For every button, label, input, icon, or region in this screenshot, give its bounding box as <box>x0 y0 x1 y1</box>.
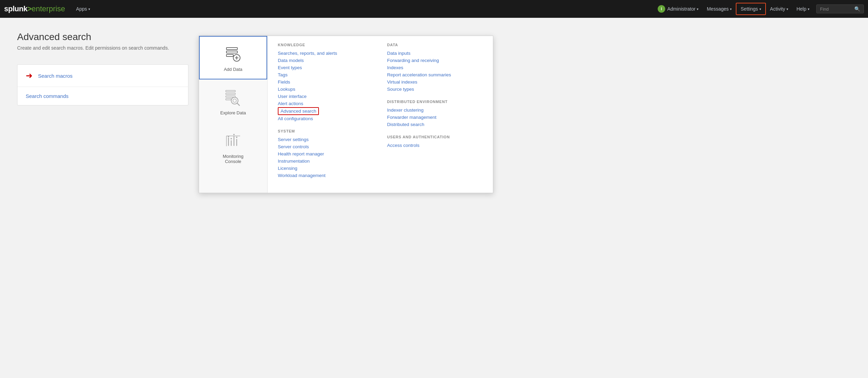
monitoring-console-label: MonitoringConsole <box>223 154 244 164</box>
dropdown-content-panel: KNOWLEDGE Searches, reports, and alerts … <box>268 36 493 193</box>
svg-point-22 <box>236 137 237 138</box>
server-controls-link[interactable]: Server controls <box>278 143 373 150</box>
svg-rect-9 <box>226 99 231 100</box>
settings-label: Settings <box>741 6 758 12</box>
advanced-search-link[interactable]: Advanced search <box>278 107 319 115</box>
administrator-menu[interactable]: i Administrator ▾ <box>654 0 703 18</box>
search-macros-link[interactable]: Search macros <box>38 73 73 79</box>
licensing-link[interactable]: Licensing <box>278 165 373 172</box>
users-auth-title: USERS AND AUTHENTICATION <box>387 135 483 139</box>
system-section: SYSTEM Server settings Server controls H… <box>278 129 373 179</box>
source-types-link[interactable]: Source types <box>387 86 483 93</box>
data-title: DATA <box>387 43 483 47</box>
administrator-caret: ▾ <box>697 7 698 11</box>
report-acceleration-link[interactable]: Report acceleration summaries <box>387 71 483 78</box>
explore-data-label: Explore Data <box>220 110 246 115</box>
apps-caret: ▾ <box>88 7 90 11</box>
explore-data-icon-item[interactable]: Explore Data <box>199 79 267 123</box>
data-section: DATA Data inputs Forwarding and receivin… <box>387 43 483 93</box>
activity-menu[interactable]: Activity ▾ <box>766 0 792 18</box>
system-title: SYSTEM <box>278 129 373 133</box>
forwarding-receiving-link[interactable]: Forwarding and receiving <box>387 57 483 64</box>
search-commands-link[interactable]: Search commands <box>26 93 69 99</box>
svg-point-19 <box>228 136 229 137</box>
add-data-icon <box>223 43 244 64</box>
settings-dropdown: Add Data Explore Data <box>199 36 493 193</box>
menu-list: ➜ Search macros Search commands <box>17 64 188 105</box>
alert-actions-link[interactable]: Alert actions <box>278 100 373 107</box>
svg-rect-2 <box>226 54 233 56</box>
forwarder-management-link[interactable]: Forwarder management <box>387 114 483 121</box>
event-types-link[interactable]: Event types <box>278 64 373 71</box>
monitoring-console-icon-item[interactable]: MonitoringConsole <box>199 123 267 172</box>
all-configurations-link[interactable]: All configurations <box>278 115 373 122</box>
help-label: Help <box>796 6 806 12</box>
apps-label: Apps <box>76 6 87 12</box>
settings-caret: ▾ <box>759 7 761 11</box>
searches-reports-alerts-link[interactable]: Searches, reports, and alerts <box>278 50 373 57</box>
monitoring-console-icon <box>223 130 244 151</box>
data-inputs-link[interactable]: Data inputs <box>387 50 483 57</box>
svg-rect-0 <box>226 48 237 50</box>
add-data-icon-item[interactable]: Add Data <box>199 36 267 79</box>
search-macros-item[interactable]: ➜ Search macros <box>17 65 188 87</box>
administrator-label: Administrator <box>667 6 695 12</box>
svg-point-20 <box>231 138 232 139</box>
messages-menu[interactable]: Messages ▾ <box>703 0 736 18</box>
activity-label: Activity <box>770 6 785 12</box>
fields-link[interactable]: Fields <box>278 78 373 86</box>
logo-gt: > <box>27 4 32 13</box>
user-interface-link[interactable]: User interface <box>278 93 373 100</box>
distributed-section: DISTRIBUTED ENVIRONMENT Indexer clusteri… <box>387 100 483 128</box>
splunk-logo-text: splunk> <box>4 4 32 13</box>
arrow-icon: ➜ <box>26 71 33 80</box>
indexes-link[interactable]: Indexes <box>387 64 483 71</box>
dropdown-column-1: KNOWLEDGE Searches, reports, and alerts … <box>278 43 373 186</box>
add-data-label: Add Data <box>224 67 242 72</box>
users-auth-section: USERS AND AUTHENTICATION Access controls <box>387 135 483 149</box>
distributed-title: DISTRIBUTED ENVIRONMENT <box>387 100 483 104</box>
logo[interactable]: splunk> enterprise <box>4 4 65 13</box>
activity-caret: ▾ <box>786 7 788 11</box>
messages-label: Messages <box>707 6 729 12</box>
indexer-clustering-link[interactable]: Indexer clustering <box>387 106 483 114</box>
admin-badge: i <box>658 5 665 13</box>
health-report-manager-link[interactable]: Health report manager <box>278 150 373 158</box>
instrumentation-link[interactable]: Instrumentation <box>278 158 373 165</box>
knowledge-section: KNOWLEDGE Searches, reports, and alerts … <box>278 43 373 122</box>
search-commands-item[interactable]: Search commands <box>17 87 188 105</box>
access-controls-link[interactable]: Access controls <box>387 142 483 149</box>
workload-management-link[interactable]: Workload management <box>278 172 373 179</box>
find-input[interactable] <box>820 7 854 12</box>
knowledge-title: KNOWLEDGE <box>278 43 373 47</box>
help-caret: ▾ <box>808 7 809 11</box>
virtual-indexes-link[interactable]: Virtual indexes <box>387 78 483 86</box>
lookups-link[interactable]: Lookups <box>278 86 373 93</box>
explore-data-icon <box>223 87 244 108</box>
svg-point-21 <box>233 134 235 135</box>
enterprise-label: enterprise <box>32 4 65 13</box>
svg-rect-1 <box>226 51 237 53</box>
topnav-right: i Administrator ▾ Messages ▾ Settings ▾ … <box>654 0 864 18</box>
server-settings-link[interactable]: Server settings <box>278 136 373 143</box>
svg-rect-6 <box>226 90 235 92</box>
data-models-link[interactable]: Data models <box>278 57 373 64</box>
distributed-search-link[interactable]: Distributed search <box>387 121 483 128</box>
svg-line-11 <box>237 103 239 105</box>
dropdown-icon-panel: Add Data Explore Data <box>199 36 268 193</box>
search-icon: 🔍 <box>854 6 860 12</box>
top-navigation: splunk> enterprise Apps ▾ i Administrato… <box>0 0 868 18</box>
svg-rect-7 <box>226 93 235 94</box>
main-content: Advanced search Create and edit search m… <box>0 18 868 119</box>
svg-point-12 <box>233 99 236 102</box>
messages-caret: ▾ <box>730 7 732 11</box>
settings-menu[interactable]: Settings ▾ <box>736 3 766 15</box>
dropdown-column-2: DATA Data inputs Forwarding and receivin… <box>387 43 483 186</box>
apps-menu[interactable]: Apps ▾ <box>72 0 94 18</box>
tags-link[interactable]: Tags <box>278 71 373 78</box>
find-box[interactable]: 🔍 <box>816 4 864 13</box>
help-menu[interactable]: Help ▾ <box>792 0 814 18</box>
